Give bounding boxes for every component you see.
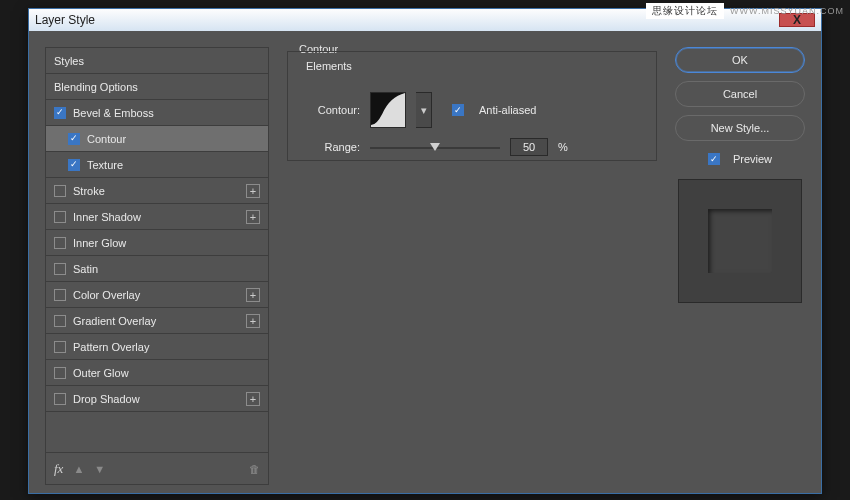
texture-row[interactable]: Texture — [46, 152, 268, 178]
gradient-overlay-add-icon[interactable]: + — [246, 314, 260, 328]
color-overlay-checkbox[interactable] — [54, 289, 66, 301]
styles-label: Styles — [54, 55, 84, 67]
inner-glow-row[interactable]: Inner Glow — [46, 230, 268, 256]
color-overlay-label: Color Overlay — [73, 289, 140, 301]
new-style-button[interactable]: New Style... — [675, 115, 805, 141]
new-style-label: New Style... — [711, 122, 770, 134]
outer-glow-checkbox[interactable] — [54, 367, 66, 379]
satin-checkbox[interactable] — [54, 263, 66, 275]
range-unit: % — [558, 141, 568, 153]
settings-panel: Contour Elements Contour: ▾ Anti-aliased… — [287, 47, 657, 485]
watermark-site: WWW.MISSYUAN.COM — [730, 6, 844, 16]
preview-checkbox[interactable] — [708, 153, 720, 165]
anti-aliased-label: Anti-aliased — [479, 104, 536, 116]
contour-preset-dropdown[interactable]: ▾ — [416, 92, 432, 128]
gradient-overlay-label: Gradient Overlay — [73, 315, 156, 327]
inner-glow-checkbox[interactable] — [54, 237, 66, 249]
range-slider-knob[interactable] — [430, 143, 440, 151]
preview-thumb — [708, 209, 772, 273]
pattern-overlay-checkbox[interactable] — [54, 341, 66, 353]
contour-checkbox[interactable] — [68, 133, 80, 145]
chevron-down-icon: ▾ — [421, 104, 427, 117]
texture-checkbox[interactable] — [68, 159, 80, 171]
inner-glow-label: Inner Glow — [73, 237, 126, 249]
contour-row[interactable]: Contour — [46, 126, 268, 152]
inner-shadow-add-icon[interactable]: + — [246, 210, 260, 224]
texture-label: Texture — [87, 159, 123, 171]
effects-list: Styles Blending Options Bevel & Emboss C… — [45, 47, 269, 485]
styles-row[interactable]: Styles — [46, 48, 268, 74]
blending-options-row[interactable]: Blending Options — [46, 74, 268, 100]
gradient-overlay-checkbox[interactable] — [54, 315, 66, 327]
fx-menu-icon[interactable]: fx — [54, 461, 63, 477]
outer-glow-label: Outer Glow — [73, 367, 129, 379]
trash-icon[interactable]: 🗑 — [249, 463, 260, 475]
drop-shadow-add-icon[interactable]: + — [246, 392, 260, 406]
ok-button[interactable]: OK — [675, 47, 805, 73]
drop-shadow-checkbox[interactable] — [54, 393, 66, 405]
elements-heading: Elements — [306, 60, 352, 72]
stroke-add-icon[interactable]: + — [246, 184, 260, 198]
ok-label: OK — [732, 54, 748, 66]
move-up-icon[interactable]: ▲ — [73, 463, 84, 475]
inner-shadow-row[interactable]: Inner Shadow+ — [46, 204, 268, 230]
contour-label: Contour — [87, 133, 126, 145]
preview-label: Preview — [733, 153, 772, 165]
stroke-label: Stroke — [73, 185, 105, 197]
bevel-emboss-row[interactable]: Bevel & Emboss — [46, 100, 268, 126]
cancel-label: Cancel — [723, 88, 757, 100]
preview-swatch — [678, 179, 802, 303]
satin-row[interactable]: Satin — [46, 256, 268, 282]
satin-label: Satin — [73, 263, 98, 275]
stroke-checkbox[interactable] — [54, 185, 66, 197]
anti-aliased-checkbox[interactable] — [452, 104, 464, 116]
blending-label: Blending Options — [54, 81, 138, 93]
range-value-input[interactable]: 50 — [510, 138, 548, 156]
move-down-icon[interactable]: ▼ — [94, 463, 105, 475]
contour-preset-thumb[interactable] — [370, 92, 406, 128]
outer-glow-row[interactable]: Outer Glow — [46, 360, 268, 386]
inner-shadow-label: Inner Shadow — [73, 211, 141, 223]
contour-field-label: Contour: — [302, 104, 360, 116]
range-label: Range: — [302, 141, 360, 153]
watermark: 思缘设计论坛 WWW.MISSYUAN.COM — [646, 3, 844, 19]
effects-footer: fx ▲ ▼ 🗑 — [46, 452, 268, 484]
gradient-overlay-row[interactable]: Gradient Overlay+ — [46, 308, 268, 334]
cancel-button[interactable]: Cancel — [675, 81, 805, 107]
pattern-overlay-row[interactable]: Pattern Overlay — [46, 334, 268, 360]
layer-style-dialog: Layer Style X Styles Blending Options Be… — [28, 8, 822, 494]
drop-shadow-label: Drop Shadow — [73, 393, 140, 405]
range-slider[interactable] — [370, 140, 500, 154]
dialog-actions: OK Cancel New Style... Preview — [675, 47, 805, 485]
inner-shadow-checkbox[interactable] — [54, 211, 66, 223]
window-title: Layer Style — [35, 13, 95, 27]
stroke-row[interactable]: Stroke+ — [46, 178, 268, 204]
watermark-brand: 思缘设计论坛 — [646, 3, 724, 19]
pattern-overlay-label: Pattern Overlay — [73, 341, 149, 353]
color-overlay-row[interactable]: Color Overlay+ — [46, 282, 268, 308]
bevel-label: Bevel & Emboss — [73, 107, 154, 119]
drop-shadow-row[interactable]: Drop Shadow+ — [46, 386, 268, 412]
bevel-checkbox[interactable] — [54, 107, 66, 119]
color-overlay-add-icon[interactable]: + — [246, 288, 260, 302]
